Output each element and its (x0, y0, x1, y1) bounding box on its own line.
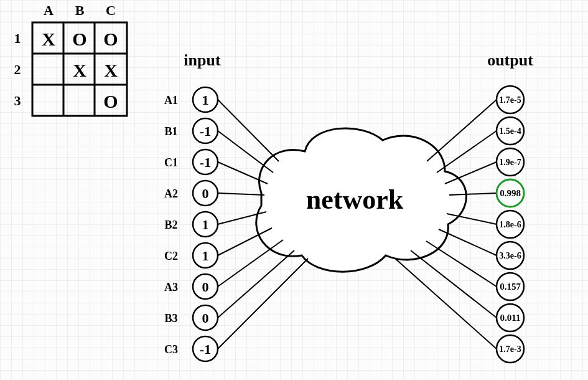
cell-c2: X (104, 60, 118, 80)
edge (439, 229, 497, 255)
row-1-label: 1 (14, 31, 21, 46)
output-value: 3.3e-6 (499, 251, 521, 260)
edge (426, 241, 497, 287)
input-header: input (184, 51, 221, 69)
edge (218, 240, 283, 287)
col-c-label: C (106, 2, 116, 18)
output-value: 0.998 (500, 188, 521, 198)
input-label: A1 (164, 94, 178, 107)
edge (427, 100, 497, 161)
cell-b1: O (72, 29, 86, 49)
cell-b2: X (73, 60, 86, 80)
input-value: -1 (200, 154, 211, 170)
edge (445, 162, 497, 184)
cell-c3: O (103, 91, 118, 112)
edge (218, 131, 273, 173)
row-2-label: 2 (14, 62, 21, 77)
output-value: 1.8e-6 (499, 220, 521, 229)
col-a-label: A (44, 2, 54, 18)
input-value: 1 (202, 92, 209, 108)
input-value: 0 (202, 310, 209, 326)
input-value: 0 (202, 279, 209, 295)
output-value: 1.5e-4 (499, 126, 521, 136)
input-label: C3 (164, 343, 178, 356)
input-label: A3 (164, 281, 178, 293)
input-label: C1 (164, 156, 178, 169)
edge (395, 259, 497, 349)
cell-c1: O (103, 29, 118, 49)
output-value: 1.7e-5 (499, 95, 521, 105)
input-label: A2 (164, 188, 178, 200)
input-value: 1 (202, 217, 209, 232)
input-value: 1 (202, 248, 209, 264)
input-value: -1 (200, 341, 211, 357)
input-label: B1 (164, 125, 177, 138)
input-label: B3 (164, 312, 177, 325)
input-label: C2 (164, 250, 178, 262)
edge (218, 193, 264, 195)
network-label: network (306, 184, 404, 215)
input-value: -1 (200, 123, 211, 139)
output-value: 0.157 (500, 282, 521, 292)
output-value: 1.7e-3 (499, 344, 521, 354)
row-3-label: 3 (14, 93, 21, 108)
edge (218, 100, 279, 161)
col-b-label: B (75, 2, 85, 18)
output-header: output (487, 51, 533, 69)
output-value: 1.9e-7 (499, 158, 521, 167)
input-label: B2 (164, 219, 177, 231)
output-value: 0.011 (500, 313, 521, 323)
input-value: 0 (202, 186, 209, 201)
edge (218, 259, 308, 349)
cell-a1: X (42, 29, 55, 49)
